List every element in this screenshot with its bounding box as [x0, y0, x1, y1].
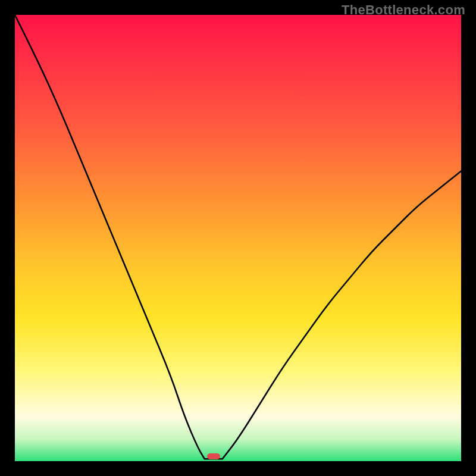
plot-area — [15, 15, 461, 461]
minimum-marker — [207, 453, 220, 459]
watermark-text: TheBottleneck.com — [342, 2, 465, 18]
chart-frame: TheBottleneck.com — [0, 0, 476, 476]
bottleneck-curve — [15, 15, 461, 461]
curve-path — [15, 15, 461, 459]
